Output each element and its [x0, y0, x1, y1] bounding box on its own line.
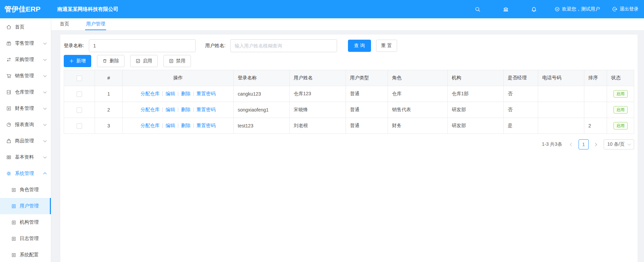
sidebar-item-finance[interactable]: 财务管理 — [0, 100, 51, 117]
role-cell: 仓库 — [388, 86, 448, 102]
current-page-button[interactable]: 1 — [579, 139, 589, 149]
row-index: 1 — [95, 86, 123, 102]
pagination-total: 1-3 共3条 — [542, 141, 562, 147]
role-cell: 销售代表 — [388, 102, 448, 118]
logout-text: 退出登录 — [620, 6, 639, 12]
search-button[interactable]: 查 询 — [348, 40, 371, 52]
phone-cell — [538, 118, 584, 134]
col-phone: 电话号码 — [538, 70, 584, 86]
chevron-up-icon — [44, 172, 46, 175]
phone-cell — [538, 102, 584, 118]
sidebar-item-system[interactable]: 系统管理 — [0, 165, 51, 182]
search-icon[interactable] — [475, 6, 481, 12]
prev-page-icon[interactable] — [567, 140, 577, 149]
filter-row: 登录名称: 用户姓名: 查 询 重 置 — [64, 39, 634, 52]
toolbar: 新增 删除 启用 禁用 — [64, 55, 634, 67]
col-operations: 操作 — [123, 70, 234, 86]
sidebar-item-home[interactable]: 首页 — [0, 19, 51, 35]
pagination: 1-3 共3条 1 10 条/页 — [64, 139, 634, 149]
sidebar-item-sales[interactable]: 销售管理 — [0, 68, 51, 84]
edit-link[interactable]: 编辑 — [165, 123, 175, 128]
user-type-cell: 普通 — [346, 102, 388, 118]
content-panel: 登录名称: 用户姓名: 查 询 重 置 新增 删除 启用 — [60, 35, 638, 262]
reset-button[interactable]: 重 置 — [376, 40, 397, 52]
app-logo: 管伊佳ERP — [4, 4, 51, 14]
sidebar-item-config[interactable]: 系统配置 — [0, 247, 51, 262]
row-checkbox[interactable] — [77, 107, 82, 113]
page-size-select[interactable]: 10 条/页 — [604, 139, 634, 149]
login-name-cell: test123 — [234, 118, 290, 134]
reset-password-link[interactable]: 重置密码 — [196, 91, 215, 96]
chevron-down-icon — [44, 59, 46, 60]
op-separator: | — [177, 123, 179, 128]
row-index: 3 — [95, 118, 123, 134]
sidebar-item-warehouse[interactable]: 仓库管理 — [0, 84, 51, 100]
delete-link[interactable]: 删除 — [181, 91, 191, 96]
welcome-text: 欢迎您，测试用户 — [562, 6, 600, 12]
sort-cell: 2 — [584, 118, 607, 134]
sidebar-item-purchase[interactable]: 采购管理 — [0, 52, 51, 68]
trash-icon — [102, 59, 107, 63]
op-separator: | — [162, 123, 163, 128]
edit-link[interactable]: 编辑 — [165, 107, 175, 112]
logout-button[interactable]: 退出登录 — [612, 6, 639, 12]
col-sort: 排序 — [584, 70, 607, 86]
status-badge[interactable]: 启用 — [613, 90, 628, 98]
sidebar-item-org[interactable]: 机构管理 — [0, 214, 51, 230]
user-name-input[interactable] — [230, 39, 337, 52]
bell-icon[interactable] — [531, 6, 537, 12]
col-org: 机构 — [448, 70, 504, 86]
delete-link[interactable]: 删除 — [181, 123, 191, 128]
user-menu[interactable]: 欢迎您，测试用户 — [554, 6, 600, 12]
op-separator: | — [177, 107, 179, 112]
status-badge[interactable]: 启用 — [613, 122, 628, 129]
row-index: 2 — [95, 102, 123, 118]
row-checkbox[interactable] — [77, 123, 82, 129]
sort-cell — [584, 102, 607, 118]
swap-icon — [6, 57, 12, 62]
sidebar-item-basedata[interactable]: 基本资料 — [0, 149, 51, 165]
cart-icon — [6, 73, 12, 79]
op-separator: | — [162, 91, 163, 96]
add-button[interactable]: 新增 — [64, 55, 91, 67]
down-circle-icon — [554, 6, 560, 12]
chevron-down-icon — [44, 157, 46, 158]
login-name-cell: cangku123 — [234, 86, 290, 102]
sidebar-item-retail[interactable]: 零售管理 — [0, 35, 51, 52]
assign-warehouse-link[interactable]: 分配仓库 — [141, 91, 160, 96]
col-index: # — [95, 70, 123, 86]
disable-button[interactable]: 禁用 — [163, 55, 191, 67]
login-name-input[interactable] — [89, 39, 196, 52]
next-page-icon[interactable] — [591, 140, 600, 149]
sidebar-item-role[interactable]: 角色管理 — [0, 182, 51, 198]
reset-password-link[interactable]: 重置密码 — [196, 107, 215, 112]
sidebar-item-goods[interactable]: 商品管理 — [0, 133, 51, 149]
reset-password-link[interactable]: 重置密码 — [196, 123, 215, 128]
company-name: 南通某某网络科技有限公司 — [57, 6, 118, 13]
tab-home[interactable]: 首页 — [59, 18, 70, 30]
op-separator: | — [177, 91, 179, 96]
chevron-down-icon — [44, 124, 46, 125]
edit-link[interactable]: 编辑 — [165, 91, 175, 96]
col-is-manager: 是否经理 — [504, 70, 538, 86]
assign-warehouse-link[interactable]: 分配仓库 — [141, 107, 160, 112]
delete-button[interactable]: 删除 — [97, 55, 124, 67]
bank-icon[interactable] — [503, 6, 509, 12]
assign-warehouse-link[interactable]: 分配仓库 — [141, 123, 160, 128]
sidebar-item-log[interactable]: 日志管理 — [0, 230, 51, 247]
document-icon — [11, 204, 16, 209]
sidebar: 首页 零售管理 采购管理 销售管理 仓库管理 财务管理 — [0, 18, 51, 262]
chevron-down-icon — [44, 92, 46, 93]
select-all-checkbox[interactable] — [77, 76, 82, 81]
row-checkbox[interactable] — [77, 92, 82, 97]
sidebar-item-user[interactable]: 用户管理 — [0, 198, 51, 214]
user-table: # 操作 登录名称 用户姓名 用户类型 角色 机构 是否经理 电话号码 排序 状… — [64, 70, 634, 134]
tab-user-management[interactable]: 用户管理 — [85, 18, 106, 30]
delete-link[interactable]: 删除 — [181, 107, 191, 112]
enable-button[interactable]: 启用 — [130, 55, 158, 67]
gear-icon — [6, 171, 12, 176]
sort-cell — [584, 86, 607, 102]
document-icon — [11, 187, 16, 193]
sidebar-item-reports[interactable]: 报表查询 — [0, 117, 51, 133]
status-badge[interactable]: 启用 — [613, 106, 628, 114]
